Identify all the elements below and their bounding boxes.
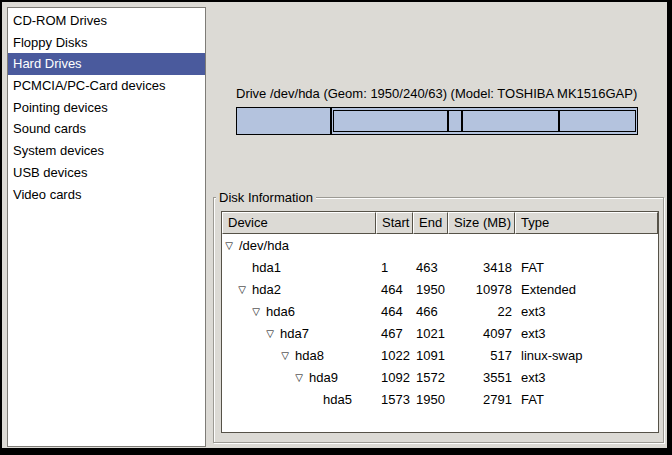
column-header-device[interactable]: Device <box>222 212 376 234</box>
disk-table-header: DeviceStartEndSize (MB)Type <box>222 212 658 234</box>
column-header-start[interactable]: Start <box>376 212 413 234</box>
cell-size: 3551 <box>448 367 515 389</box>
sidebar-item-video-cards[interactable]: Video cards <box>8 184 205 206</box>
table-row-hda6[interactable]: ▽hda646446622ext3 <box>222 301 658 323</box>
sidebar-item-pointing-devices[interactable]: Pointing devices <box>8 97 205 119</box>
tree-expander-icon[interactable]: ▽ <box>223 235 235 257</box>
device-name: hda2 <box>252 282 281 297</box>
cell-end: 1021 <box>413 323 448 345</box>
cell-size: 517 <box>448 345 515 367</box>
device-name: hda8 <box>295 348 324 363</box>
sidebar-item-cd-rom-drives[interactable]: CD-ROM Drives <box>8 10 205 32</box>
cell-start: 467 <box>376 323 413 345</box>
cell-size <box>448 235 515 257</box>
table-row-hda1[interactable]: ▽hda114633418FAT <box>222 257 658 279</box>
table-row-hda7[interactable]: ▽hda746710214097ext3 <box>222 323 658 345</box>
sidebar-item-usb-devices[interactable]: USB devices <box>8 162 205 184</box>
cell-start: 1573 <box>376 389 413 411</box>
tree-expander-icon[interactable]: ▽ <box>250 301 262 323</box>
frame-title: Disk Information <box>216 190 316 205</box>
sidebar-item-system-devices[interactable]: System devices <box>8 140 205 162</box>
window-body: CD-ROM DrivesFloppy DisksHard DrivesPCMC… <box>2 2 667 448</box>
tree-expander-icon[interactable]: ▽ <box>264 323 276 345</box>
cell-size: 10978 <box>448 279 515 301</box>
cell-type: FAT <box>515 257 658 279</box>
cell-end: 463 <box>413 257 448 279</box>
cell-type: ext3 <box>515 323 658 345</box>
extended-partition-region <box>333 110 636 132</box>
logical-partition-divider <box>447 111 449 131</box>
table-row-hda9[interactable]: ▽hda9109215723551ext3 <box>222 367 658 389</box>
sidebar-item-floppy-disks[interactable]: Floppy Disks <box>8 32 205 54</box>
device-name: /dev/hda <box>239 238 289 253</box>
cell-type: FAT <box>515 389 658 411</box>
cell-end: 466 <box>413 301 448 323</box>
device-category-list: CD-ROM DrivesFloppy DisksHard DrivesPCMC… <box>7 7 206 447</box>
cell-end: 1091 <box>413 345 448 367</box>
hardware-browser-window: CD-ROM DrivesFloppy DisksHard DrivesPCMC… <box>0 0 672 455</box>
device-name: hda7 <box>280 326 309 341</box>
cell-start: 1 <box>376 257 413 279</box>
cell-type: Extended <box>515 279 658 301</box>
disk-table: DeviceStartEndSize (MB)Type ▽/dev/hda▽hd… <box>221 211 659 433</box>
cell-start: 1092 <box>376 367 413 389</box>
cell-end: 1950 <box>413 389 448 411</box>
table-row-hda2[interactable]: ▽hda2464195010978Extended <box>222 279 658 301</box>
sidebar-item-pcmcia-pc-card-devices[interactable]: PCMCIA/PC-Card devices <box>8 75 205 97</box>
logical-partition-divider <box>461 111 463 131</box>
cell-type <box>515 235 658 257</box>
column-header-size-mb[interactable]: Size (MB) <box>448 212 515 234</box>
cell-type: ext3 <box>515 301 658 323</box>
cell-end <box>413 235 448 257</box>
column-header-type[interactable]: Type <box>515 212 658 234</box>
primary-partition-divider <box>330 108 332 134</box>
cell-start: 1022 <box>376 345 413 367</box>
logical-partition-divider <box>558 111 560 131</box>
device-name: hda9 <box>309 370 338 385</box>
tree-expander-icon[interactable]: ▽ <box>236 279 248 301</box>
cell-type: linux-swap <box>515 345 658 367</box>
column-header-end[interactable]: End <box>413 212 448 234</box>
device-name: hda6 <box>266 304 295 319</box>
table-row-dev-hda[interactable]: ▽/dev/hda <box>222 235 658 257</box>
cell-end: 1950 <box>413 279 448 301</box>
cell-size: 22 <box>448 301 515 323</box>
cell-type: ext3 <box>515 367 658 389</box>
device-name: hda1 <box>252 260 281 275</box>
cell-size: 2791 <box>448 389 515 411</box>
sidebar-item-sound-cards[interactable]: Sound cards <box>8 118 205 140</box>
disk-information-frame: Disk Information DeviceStartEndSize (MB)… <box>213 197 664 443</box>
cell-size: 3418 <box>448 257 515 279</box>
disk-table-body: ▽/dev/hda▽hda114633418FAT▽hda24641950109… <box>222 234 658 411</box>
tree-expander-icon[interactable]: ▽ <box>279 345 291 367</box>
cell-start: 464 <box>376 301 413 323</box>
cell-start <box>376 235 413 257</box>
cell-end: 1572 <box>413 367 448 389</box>
partition-bar <box>236 107 638 135</box>
cell-start: 464 <box>376 279 413 301</box>
table-row-hda5[interactable]: ▽hda5157319502791FAT <box>222 389 658 411</box>
cell-size: 4097 <box>448 323 515 345</box>
table-row-hda8[interactable]: ▽hda810221091517linux-swap <box>222 345 658 367</box>
device-name: hda5 <box>323 392 352 407</box>
drive-geometry-label: Drive /dev/hda (Geom: 1950/240/63) (Mode… <box>236 86 656 101</box>
tree-expander-icon[interactable]: ▽ <box>293 367 305 389</box>
sidebar-item-hard-drives[interactable]: Hard Drives <box>8 53 205 75</box>
